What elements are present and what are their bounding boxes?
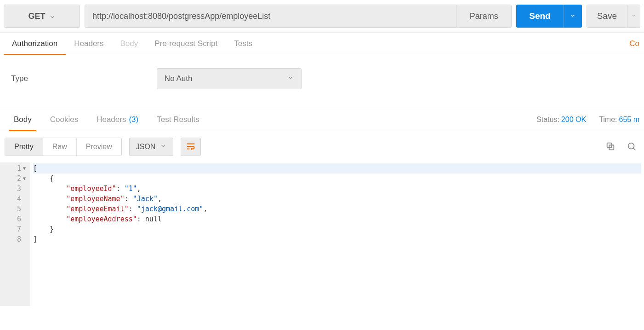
search-icon: [627, 141, 637, 153]
code-line: ]: [33, 234, 641, 244]
send-dropdown[interactable]: [564, 5, 582, 28]
http-method-select[interactable]: GET: [4, 5, 80, 28]
wrap-lines-button[interactable]: [181, 138, 201, 156]
code-line: [: [33, 163, 641, 174]
tab-prerequest[interactable]: Pre-request Script: [146, 33, 226, 55]
line-gutter: 1▼2▼3 4 5 6 7 8: [0, 162, 30, 306]
time-value: 655 m: [619, 116, 639, 123]
view-preview-button[interactable]: Preview: [76, 138, 121, 156]
line-number: 4: [0, 194, 26, 204]
auth-type-label: Type: [11, 74, 28, 83]
response-tabs: Body Cookies Headers(3) Test Results Sta…: [0, 108, 644, 131]
resp-tab-headers[interactable]: Headers(3): [87, 108, 148, 131]
headers-count: (3): [129, 115, 138, 124]
url-group: Params: [85, 5, 512, 28]
resp-tab-testresults[interactable]: Test Results: [148, 108, 209, 131]
tab-label: Headers: [74, 39, 103, 48]
authorization-panel: Type No Auth: [0, 55, 644, 108]
tab-label: Pre-request Script: [154, 39, 217, 48]
save-group: Save: [587, 5, 640, 28]
save-dropdown[interactable]: [627, 5, 640, 27]
tab-tests[interactable]: Tests: [226, 33, 261, 55]
line-number: 1▼: [0, 163, 26, 174]
format-value: JSON: [136, 143, 156, 151]
toolbar-right: [604, 140, 638, 154]
url-input[interactable]: [85, 5, 456, 27]
send-button[interactable]: Send: [516, 5, 563, 28]
copy-button[interactable]: [604, 140, 617, 154]
code-line: "employeeAddress": null: [33, 214, 641, 224]
svg-point-2: [628, 143, 634, 149]
line-number: 6: [0, 214, 26, 224]
wrap-icon: [186, 141, 196, 153]
line-number: 3: [0, 184, 26, 194]
tab-label: Body: [120, 39, 138, 48]
tab-label: Tests: [234, 39, 252, 48]
resp-tab-body[interactable]: Body: [5, 108, 41, 131]
svg-line-3: [633, 148, 636, 150]
chevron-down-icon: [287, 74, 294, 83]
status-value: 200 OK: [561, 116, 586, 123]
tab-authorization[interactable]: Authorization: [4, 33, 66, 55]
chevron-down-icon: [570, 12, 576, 20]
tab-headers[interactable]: Headers: [66, 33, 112, 55]
copy-icon: [605, 141, 616, 153]
view-raw-button[interactable]: Raw: [43, 138, 76, 156]
view-toggle: Pretty Raw Preview: [5, 138, 122, 156]
code-line: }: [33, 224, 641, 234]
line-number: 7: [0, 224, 26, 234]
chevron-down-icon: [49, 13, 56, 19]
tab-label: Cookies: [50, 115, 78, 124]
resp-tab-cookies[interactable]: Cookies: [41, 108, 87, 131]
chevron-down-icon: [631, 13, 637, 20]
tab-label: Headers: [97, 115, 126, 124]
view-pretty-button[interactable]: Pretty: [5, 138, 43, 156]
auth-type-select[interactable]: No Auth: [157, 68, 302, 89]
time-label: Time:: [599, 116, 617, 123]
response-toolbar: Pretty Raw Preview JSON: [0, 131, 644, 162]
request-tabs: Authorization Headers Body Pre-request S…: [0, 32, 644, 55]
format-select[interactable]: JSON: [129, 138, 174, 156]
tab-label: Body: [14, 115, 32, 124]
code-line: "employeeName": "Jack",: [33, 194, 641, 204]
tab-label: Authorization: [12, 39, 57, 48]
line-number: 2▼: [0, 174, 26, 184]
auth-type-value: No Auth: [165, 74, 193, 83]
status: Status:200 OK: [536, 116, 586, 124]
tab-label: Test Results: [157, 115, 199, 124]
http-method-value: GET: [28, 12, 45, 21]
search-button[interactable]: [625, 140, 638, 154]
send-group: Send: [516, 5, 581, 28]
line-number: 8: [0, 234, 26, 244]
params-button[interactable]: Params: [456, 5, 511, 27]
save-button[interactable]: Save: [587, 5, 627, 27]
tab-body[interactable]: Body: [112, 33, 147, 55]
code-line: "employeeEmail": "jack@gmail.com",: [33, 204, 641, 214]
code-line: {: [33, 174, 641, 184]
cookies-link[interactable]: Co: [629, 33, 639, 55]
line-number: 5: [0, 204, 26, 214]
time: Time:655 m: [599, 116, 639, 124]
status-label: Status:: [536, 116, 559, 123]
code-content[interactable]: [ { "employeeId": "1", "employeeName": "…: [30, 162, 644, 306]
chevron-down-icon: [160, 143, 166, 151]
response-body: 1▼2▼3 4 5 6 7 8 [ { "employeeId": "1", "…: [0, 162, 644, 306]
code-line: "employeeId": "1",: [33, 184, 641, 194]
request-bar: GET Params Send Save: [0, 0, 644, 32]
response-meta: Status:200 OK Time:655 m: [536, 116, 639, 124]
